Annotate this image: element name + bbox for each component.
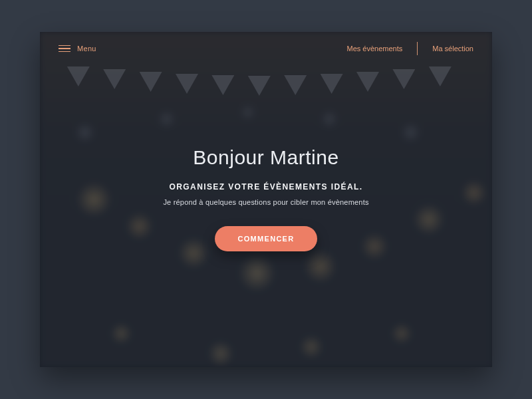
menu-label: Menu (77, 45, 96, 53)
app-window: Menu Mes évènements Ma sélection Bonjour… (40, 32, 492, 367)
nav-link-selection[interactable]: Ma sélection (432, 45, 473, 53)
hero: Bonjour Martine ORGANISEZ VOTRE ÉVÈNEMEN… (40, 65, 492, 251)
greeting-heading: Bonjour Martine (40, 146, 492, 169)
hamburger-icon (59, 45, 70, 53)
nav-divider (417, 42, 418, 55)
header: Menu Mes évènements Ma sélection (40, 32, 492, 65)
start-button[interactable]: COMMENCER (215, 226, 317, 251)
subtitle: ORGANISEZ VOTRE ÉVÈNEMENTS IDÉAL. (40, 182, 492, 192)
description: Je répond à quelques questions pour cibl… (40, 198, 492, 206)
nav-link-events[interactable]: Mes évènements (346, 45, 402, 53)
header-nav: Mes évènements Ma sélection (346, 42, 473, 55)
menu-button[interactable]: Menu (59, 45, 96, 53)
